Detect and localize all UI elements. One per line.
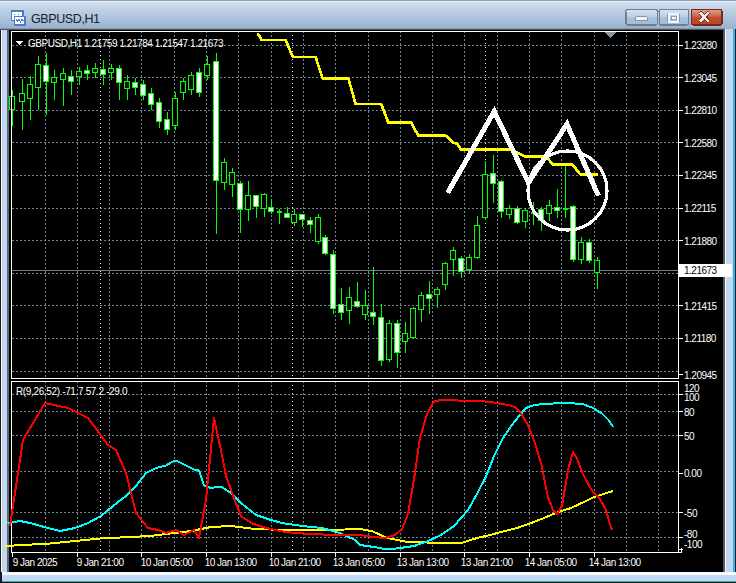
- svg-text:GBPUSD,H1 1.21759 1.21784 1.2: GBPUSD,H1 1.21759 1.21784 1.21547 1.2167…: [28, 38, 224, 49]
- svg-text:GBPUSD,H1: GBPUSD,H1: [31, 12, 100, 26]
- svg-text:1.21180: 1.21180: [684, 333, 717, 344]
- svg-text:1.22115: 1.22115: [684, 203, 717, 214]
- svg-text:1.20945: 1.20945: [684, 370, 718, 381]
- svg-text:1.21415: 1.21415: [684, 301, 718, 312]
- svg-text:1.22345: 1.22345: [684, 170, 718, 181]
- svg-text:9 Jan 21:00: 9 Jan 21:00: [77, 557, 125, 568]
- svg-text:100: 100: [684, 392, 700, 403]
- svg-text:13 Jan 13:00: 13 Jan 13:00: [397, 557, 450, 568]
- svg-text:1.21673: 1.21673: [684, 265, 718, 276]
- svg-text:1.22810: 1.22810: [684, 105, 718, 116]
- svg-text:1.23280: 1.23280: [684, 40, 718, 51]
- svg-text:1.23045: 1.23045: [684, 73, 718, 84]
- svg-text:13 Jan 21:00: 13 Jan 21:00: [461, 557, 514, 568]
- svg-text:10 Jan 05:00: 10 Jan 05:00: [141, 557, 194, 568]
- svg-text:14 Jan 13:00: 14 Jan 13:00: [589, 557, 642, 568]
- svg-text:-50: -50: [684, 508, 698, 519]
- svg-text:9 Jan 2025: 9 Jan 2025: [13, 557, 58, 568]
- svg-text:0.00: 0.00: [684, 468, 702, 479]
- svg-text:-100: -100: [684, 539, 703, 550]
- svg-text:10 Jan 21:00: 10 Jan 21:00: [269, 557, 322, 568]
- svg-text:1.22580: 1.22580: [684, 138, 718, 149]
- svg-text:R(9,26,52) -71.7 57.2 -29.0: R(9,26,52) -71.7 57.2 -29.0: [16, 386, 128, 397]
- svg-text:14 Jan 05:00: 14 Jan 05:00: [525, 557, 578, 568]
- svg-text:80: 80: [684, 407, 695, 418]
- svg-text:10 Jan 13:00: 10 Jan 13:00: [205, 557, 258, 568]
- svg-text:13 Jan 05:00: 13 Jan 05:00: [333, 557, 386, 568]
- svg-text:50: 50: [684, 431, 695, 442]
- svg-text:1.21880: 1.21880: [684, 236, 718, 247]
